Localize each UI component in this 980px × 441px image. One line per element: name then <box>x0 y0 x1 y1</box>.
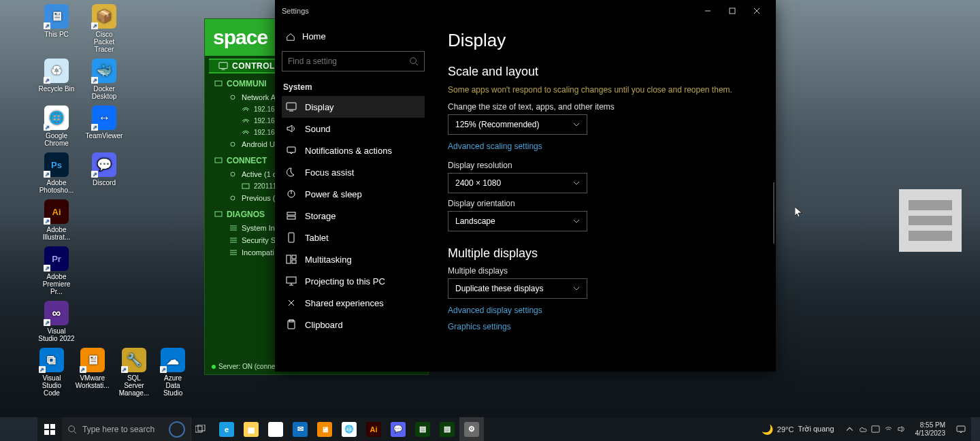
svg-rect-8 <box>215 212 222 216</box>
taskbar-discord[interactable]: 💬 <box>386 417 410 441</box>
taskbar-mail[interactable]: ✉ <box>288 417 312 441</box>
advanced-display-link[interactable]: Advanced display settings <box>448 306 760 315</box>
taskbar-store[interactable]: 🛍 <box>263 417 288 441</box>
chevron-down-icon <box>573 218 580 225</box>
minimize-button[interactable] <box>696 0 720 22</box>
nav-item-multitasking[interactable]: Multitasking <box>282 248 425 270</box>
weather-widget[interactable]: 🌙 29°C Trời quang <box>755 424 841 435</box>
nav-item-focus-assist[interactable]: Focus assist <box>282 161 425 183</box>
multi-dropdown[interactable]: Duplicate these displays <box>448 278 587 299</box>
svg-rect-18 <box>292 255 296 259</box>
moon-icon: 🌙 <box>762 424 773 435</box>
mouse-cursor <box>795 207 803 218</box>
svg-point-2 <box>231 95 235 99</box>
taskbar: Type here to search e▅🛍✉🖥🌐Ai💬▤▤⚙ 🌙 29°C … <box>37 417 971 441</box>
taskbar-illustrator[interactable]: Ai <box>361 417 386 441</box>
resolution-label: Display resolution <box>448 161 760 170</box>
nav-item-display[interactable]: Display <box>282 96 425 118</box>
desktop-icon[interactable]: ⧉↗Visual Studio Code <box>37 348 66 397</box>
svg-rect-15 <box>287 216 295 219</box>
taskbar-spacedesk2[interactable]: ▤ <box>435 417 459 441</box>
desktop-icon[interactable]: Ai↗Adobe Illustrat... <box>37 199 76 241</box>
svg-rect-23 <box>44 424 49 429</box>
desktop-icon[interactable]: ∞↗Visual Studio 2022 <box>37 301 76 342</box>
action-center-button[interactable] <box>951 417 971 441</box>
desktop-icon[interactable]: 🖥↗This PC <box>37 4 76 53</box>
svg-point-3 <box>231 142 235 146</box>
scale-label: Change the size of text, apps, and other… <box>448 102 760 112</box>
desktop-icon[interactable]: ♻↗Recycle Bin <box>37 59 76 100</box>
desktop-icon[interactable]: Pr↗Adobe Premiere Pr... <box>37 246 76 295</box>
taskbar-edge[interactable]: e <box>214 417 239 441</box>
svg-rect-1 <box>215 81 222 86</box>
svg-rect-6 <box>242 184 249 189</box>
nav-item-clipboard[interactable]: Clipboard <box>282 314 425 336</box>
scale-dropdown[interactable]: 125% (Recommended) <box>448 114 587 135</box>
taskbar-search[interactable]: Type here to search <box>62 417 191 441</box>
cortana-icon[interactable] <box>169 421 185 438</box>
chevron-up-icon[interactable] <box>845 425 854 434</box>
settings-group-header: System <box>283 82 423 92</box>
settings-search[interactable] <box>282 51 425 71</box>
search-icon <box>67 425 77 434</box>
settings-search-input[interactable] <box>288 56 409 66</box>
svg-point-10 <box>410 58 416 64</box>
orientation-dropdown[interactable]: Landscape <box>448 211 587 231</box>
start-button[interactable] <box>37 417 62 441</box>
orientation-label: Display orientation <box>448 199 760 208</box>
chevron-down-icon <box>573 180 580 186</box>
taskbar-clock[interactable]: 8:55 PM 4/13/2023 <box>910 421 951 438</box>
chevron-down-icon <box>573 285 580 292</box>
svg-rect-28 <box>195 426 202 432</box>
advanced-scaling-link[interactable]: Advanced scaling settings <box>448 142 760 151</box>
desktop-icon[interactable]: 💬↗Discord <box>85 152 123 194</box>
nav-item-shared-experiences[interactable]: Shared experiences <box>282 292 425 314</box>
volume-icon[interactable] <box>897 425 906 434</box>
scale-warning: Some apps won't respond to scaling chang… <box>448 84 760 95</box>
close-button[interactable] <box>745 0 769 22</box>
svg-rect-30 <box>871 426 879 432</box>
graphics-settings-link[interactable]: Graphics settings <box>448 322 760 331</box>
desktop-icon[interactable]: 🐳↗Docker Desktop <box>85 59 123 100</box>
nav-item-notifications-actions[interactable]: Notifications & actions <box>282 140 425 161</box>
desktop-icon[interactable]: 🔧↗SQL Server Manage... <box>119 348 149 397</box>
resolution-dropdown[interactable]: 2400 × 1080 <box>448 173 587 193</box>
onedrive-icon[interactable] <box>858 425 867 434</box>
settings-window: Settings Home System DisplaySoundNotific… <box>275 0 776 372</box>
desktop-icon[interactable]: 📦↗Cisco Packet Tracer <box>85 4 123 53</box>
wifi-icon[interactable] <box>884 425 893 434</box>
svg-point-27 <box>69 425 75 431</box>
svg-point-7 <box>231 196 235 200</box>
svg-rect-20 <box>287 277 296 283</box>
taskbar-spacedesk[interactable]: ▤ <box>410 417 435 441</box>
scale-heading: Scale and layout <box>448 65 760 79</box>
desktop-icon[interactable]: 🌐↗Google Chrome <box>37 105 76 147</box>
nav-item-tablet[interactable]: Tablet <box>282 227 425 248</box>
scrollbar[interactable] <box>773 182 774 244</box>
nav-item-projecting-to-this-pc[interactable]: Projecting to this PC <box>282 270 425 292</box>
taskbar-settings[interactable]: ⚙ <box>459 417 484 441</box>
ime-icon[interactable] <box>871 425 880 434</box>
svg-rect-31 <box>957 426 965 431</box>
svg-rect-24 <box>50 424 55 429</box>
multi-label: Multiple displays <box>448 266 760 276</box>
svg-rect-25 <box>44 430 49 435</box>
nav-item-sound[interactable]: Sound <box>282 118 425 140</box>
desktop-icon[interactable]: ↔↗TeamViewer <box>85 105 123 147</box>
desktop-icon[interactable]: Ps↗Adobe Photosho... <box>37 152 76 194</box>
svg-rect-11 <box>287 103 296 110</box>
system-tray[interactable] <box>841 425 910 434</box>
maximize-button[interactable] <box>720 0 745 22</box>
taskbar-chrome[interactable]: 🌐 <box>337 417 361 441</box>
taskbar-explorer[interactable]: ▅ <box>239 417 263 441</box>
desktop-icon[interactable]: ☁↗Azure Data Studio <box>159 348 187 397</box>
nav-home[interactable]: Home <box>282 26 425 47</box>
task-view-button[interactable] <box>191 417 210 441</box>
svg-rect-12 <box>287 147 295 152</box>
nav-item-power-sleep[interactable]: Power & sleep <box>282 183 425 205</box>
svg-rect-17 <box>287 255 291 263</box>
nav-item-storage[interactable]: Storage <box>282 205 425 227</box>
search-icon <box>409 56 419 66</box>
desktop-icon[interactable]: 🖥↗VMware Workstati... <box>76 348 110 397</box>
taskbar-vmware[interactable]: 🖥 <box>312 417 337 441</box>
